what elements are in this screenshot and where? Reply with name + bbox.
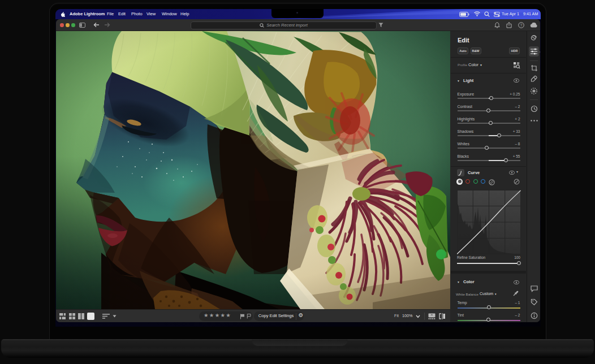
svg-text:?: ? (520, 23, 523, 27)
